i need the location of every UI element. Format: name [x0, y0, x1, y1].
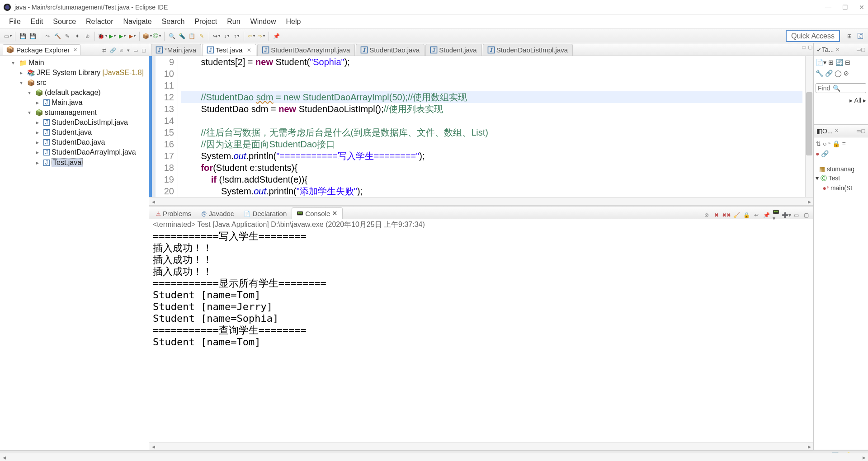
- focus-icon[interactable]: ●: [816, 150, 819, 157]
- minimize-icon[interactable]: ▭: [802, 44, 806, 50]
- toggle-mark-button[interactable]: ✦: [73, 32, 81, 40]
- close-icon[interactable]: ✕: [247, 47, 251, 53]
- presentation-icon[interactable]: 🔗: [825, 70, 833, 77]
- close-icon[interactable]: ✕: [332, 209, 338, 217]
- tasks-find-input[interactable]: Find 🔍: [816, 83, 866, 93]
- back-button[interactable]: ⇦: [247, 32, 255, 40]
- horizontal-scrollbar[interactable]: ◂ ▸: [149, 197, 813, 205]
- scroll-lock-icon[interactable]: 🔒: [743, 212, 750, 219]
- tab-problems[interactable]: ⚠Problems: [151, 208, 196, 219]
- tab-student[interactable]: 🄹Student.java: [425, 44, 481, 56]
- pin-button[interactable]: 📌: [272, 32, 280, 40]
- remove-launch-icon[interactable]: ✖: [713, 212, 720, 219]
- outline-class[interactable]: Test: [829, 174, 840, 182]
- link-button[interactable]: ✎: [198, 32, 206, 40]
- minimize-icon[interactable]: ▭: [793, 212, 800, 219]
- quick-access[interactable]: Quick Access: [786, 30, 840, 42]
- outline-package[interactable]: stumanag: [827, 165, 854, 173]
- run-button[interactable]: ▶: [108, 32, 116, 40]
- java-perspective-button[interactable]: 🄹: [856, 32, 864, 40]
- forward-button[interactable]: ⇨: [257, 32, 265, 40]
- coverage-button[interactable]: ▶: [118, 32, 126, 40]
- link-editor-icon[interactable]: 🔗: [110, 47, 116, 53]
- close-icon[interactable]: ✕: [835, 128, 839, 134]
- menu-search[interactable]: Search: [157, 16, 189, 28]
- toggle-block-button[interactable]: ⎚: [83, 32, 91, 40]
- collapse-icon[interactable]: ⊟: [845, 59, 850, 66]
- outline-method[interactable]: main(St: [830, 184, 852, 192]
- hide-static-icon[interactable]: ˢ: [828, 140, 830, 147]
- last-edit-button[interactable]: ↪: [212, 32, 221, 40]
- tab-listimpl[interactable]: 🄹StudenDaoListImpl.java: [483, 44, 573, 56]
- new-button[interactable]: ▭: [4, 32, 12, 40]
- maximize-button[interactable]: ☐: [842, 4, 848, 11]
- tab-dao[interactable]: 🄹StudentDao.java: [356, 44, 425, 56]
- save-all-button[interactable]: 💾: [28, 32, 37, 40]
- tab-main[interactable]: 🄹*Main.java: [151, 44, 201, 56]
- overview-ruler[interactable]: [805, 56, 813, 197]
- link-icon[interactable]: 🔗: [821, 150, 829, 157]
- tab-console[interactable]: 📟Console✕: [292, 207, 343, 219]
- remove-all-icon[interactable]: ✖✖: [723, 212, 730, 219]
- open-console-icon[interactable]: ➕▾: [783, 212, 790, 219]
- close-button[interactable]: ✕: [859, 4, 864, 11]
- terminate-all-icon[interactable]: ⊗: [703, 212, 710, 219]
- file-test[interactable]: Test.java: [52, 158, 83, 167]
- minimize-icon[interactable]: ▭: [856, 128, 861, 134]
- minimize-icon[interactable]: ▭: [133, 47, 138, 53]
- menu-file[interactable]: File: [5, 16, 25, 28]
- debug-button[interactable]: 🐞: [98, 32, 106, 40]
- scroll-right-icon[interactable]: ▸: [860, 454, 868, 461]
- hide-icon[interactable]: ⊘: [844, 70, 849, 77]
- src-folder[interactable]: src: [37, 79, 46, 87]
- vertical-scrollbar-thumb[interactable]: [806, 92, 812, 155]
- filter-icon[interactable]: 🔧: [816, 70, 823, 77]
- view-menu-icon[interactable]: ▾: [127, 47, 130, 53]
- prev-annotation-button[interactable]: ↑: [232, 32, 241, 40]
- maximize-icon[interactable]: ▢: [808, 44, 812, 50]
- new-package-button[interactable]: 📦: [143, 32, 151, 40]
- jre-library[interactable]: JRE System Library: [37, 69, 100, 77]
- next-annotation-button[interactable]: ↓: [222, 32, 231, 40]
- console-output[interactable]: ===========写入学生======== 插入成功！！ 插入成功！！ 插入…: [149, 230, 813, 442]
- scroll-right-icon[interactable]: ▸: [805, 198, 813, 205]
- file-student[interactable]: Student.java: [52, 128, 92, 136]
- minimize-icon[interactable]: ▭: [856, 47, 861, 52]
- menu-refactor[interactable]: Refactor: [81, 16, 118, 28]
- menu-source[interactable]: Source: [48, 16, 80, 28]
- external-tools-button[interactable]: ▶: [128, 32, 136, 40]
- menu-run[interactable]: Run: [222, 16, 245, 28]
- maximize-icon[interactable]: ▢: [802, 212, 810, 219]
- hide-fields-icon[interactable]: ○: [823, 140, 826, 147]
- sort-icon[interactable]: ⇅: [816, 140, 821, 147]
- new-class-button[interactable]: Ⓒ: [153, 32, 161, 40]
- minimize-button[interactable]: —: [825, 4, 831, 11]
- hide-nonpublic-icon[interactable]: 🔒: [832, 140, 840, 147]
- menu-project[interactable]: Project: [190, 16, 222, 28]
- save-button[interactable]: 💾: [19, 32, 27, 40]
- file-main-java[interactable]: Main.java: [52, 99, 82, 107]
- categorized-icon[interactable]: ⊞: [828, 59, 834, 66]
- open-type-button[interactable]: 🔍: [168, 32, 176, 40]
- tab-arrimpl[interactable]: 🄹StudentDaoArrayImpl.java: [257, 44, 355, 56]
- maximize-icon[interactable]: ▢: [142, 47, 146, 53]
- tab-declaration[interactable]: 📄Declaration: [239, 208, 292, 219]
- scroll-left-icon[interactable]: ◂: [149, 198, 157, 205]
- open-perspective-button[interactable]: ⊞: [845, 32, 854, 40]
- focus-task-icon[interactable]: ◯: [835, 70, 842, 77]
- clear-console-icon[interactable]: 🧹: [733, 212, 740, 219]
- task-button[interactable]: 📋: [188, 32, 196, 40]
- file-dao[interactable]: StudentDao.java: [52, 138, 105, 146]
- hide-local-icon[interactable]: ≡: [842, 140, 845, 147]
- close-icon[interactable]: ✕: [73, 47, 77, 53]
- search-button[interactable]: 🔦: [178, 32, 186, 40]
- sync-icon[interactable]: 🔄: [835, 59, 843, 66]
- collapse-icon[interactable]: ⇄: [102, 47, 106, 53]
- menu-edit[interactable]: Edit: [26, 16, 48, 28]
- scroll-left-icon[interactable]: ◂: [0, 454, 8, 461]
- project-main[interactable]: Main: [28, 59, 44, 67]
- default-package[interactable]: (default package): [45, 89, 101, 97]
- pin-console-icon[interactable]: 📌: [763, 212, 770, 219]
- project-tree[interactable]: ▾ Main ▸ JRE System Library [JavaSE-1.8]…: [0, 56, 149, 170]
- all-filter[interactable]: All: [854, 97, 862, 104]
